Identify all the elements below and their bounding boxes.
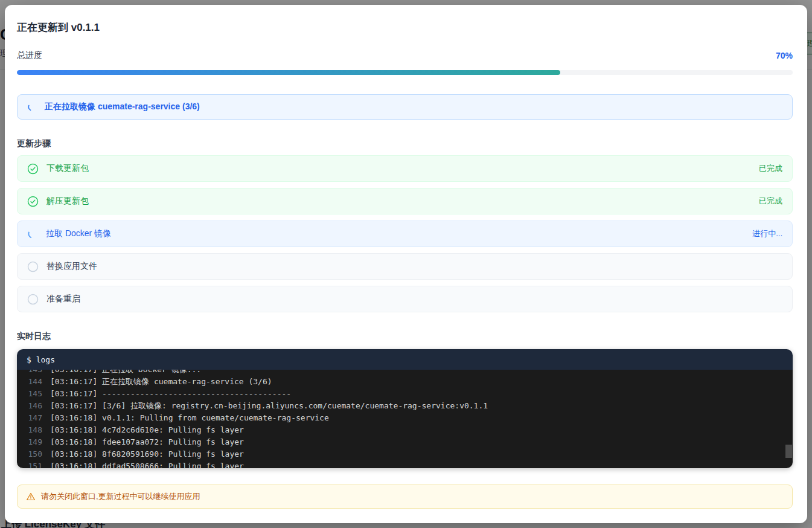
warning-triangle-icon: [26, 492, 36, 501]
check-circle-icon: [27, 196, 39, 207]
step-label: 解压更新包: [46, 196, 89, 207]
log-line: 149[03:16:18] fdee107aa072: Pulling fs l…: [25, 436, 793, 448]
step-extract-package: 解压更新包 已完成: [17, 188, 793, 214]
terminal-header: $ logs: [17, 349, 793, 370]
empty-circle-icon: [27, 261, 39, 272]
terminal-scrollbar-thumb[interactable]: [785, 445, 792, 458]
log-line: 148[03:16:18] 4c7d2c6d610e: Pulling fs l…: [25, 424, 793, 436]
steps-heading: 更新步骤: [17, 137, 793, 149]
logs-heading: 实时日志: [17, 330, 793, 342]
step-status-badge: 已完成: [759, 163, 782, 174]
check-circle-icon: [27, 163, 39, 175]
log-line: 145[03:16:17] --------------------------…: [25, 388, 793, 400]
update-dialog: 正在更新到 v0.1.1 总进度 70% 正在拉取镜像 cuemate-rag-…: [5, 5, 807, 523]
step-download-package: 下载更新包 已完成: [17, 155, 793, 182]
step-label: 下载更新包: [46, 163, 89, 174]
current-status-text: 正在拉取镜像 cuemate-rag-service (3/6): [45, 101, 200, 112]
warning-text: 请勿关闭此窗口,更新过程中可以继续使用应用: [41, 491, 200, 502]
terminal-log-lines: 143[03:16:17] 正在拉取 Docker 镜像... 144[03:1…: [17, 370, 793, 468]
log-line: 150[03:16:18] 8f6820591690: Pulling fs l…: [25, 448, 793, 460]
empty-circle-icon: [27, 294, 39, 305]
do-not-close-warning: 请勿关闭此窗口,更新过程中可以继续使用应用: [17, 485, 793, 509]
step-prepare-restart: 准备重启: [17, 286, 793, 312]
overall-progress-percent: 70%: [776, 51, 793, 60]
progress-bar-fill: [17, 70, 560, 75]
log-line: 146[03:16:17] [3/6] 拉取镜像: registry.cn-be…: [25, 400, 793, 412]
log-line: 144[03:16:17] 正在拉取镜像 cuemate-rag-service…: [25, 376, 793, 388]
update-steps-list: 下载更新包 已完成 解压更新包 已完成 拉取 Docker 镜像 进行中... …: [17, 155, 793, 312]
step-replace-files: 替换应用文件: [17, 253, 793, 280]
step-label: 替换应用文件: [46, 261, 97, 272]
step-label: 拉取 Docker 镜像: [46, 228, 111, 239]
log-terminal: $ logs 143[03:16:17] 正在拉取 Docker 镜像... 1…: [17, 349, 793, 468]
current-status-banner: 正在拉取镜像 cuemate-rag-service (3/6): [17, 94, 793, 120]
step-status-badge: 已完成: [759, 196, 782, 207]
log-line: 147[03:16:18] v0.1.1: Pulling from cuema…: [25, 412, 793, 424]
terminal-log-viewport[interactable]: 143[03:16:17] 正在拉取 Docker 镜像... 144[03:1…: [17, 370, 793, 468]
step-label: 准备重启: [46, 294, 80, 304]
log-line: 151[03:16:18] ddfad5508666: Pulling fs l…: [25, 460, 793, 468]
spinner-icon: [27, 228, 38, 239]
step-pull-docker-images: 拉取 Docker 镜像 进行中...: [17, 221, 793, 247]
log-line: 143[03:16:17] 正在拉取 Docker 镜像...: [25, 370, 793, 376]
spinner-icon: [27, 102, 37, 112]
overall-progress-label: 总进度: [17, 50, 42, 61]
progress-bar-track: [17, 70, 793, 75]
overall-progress-row: 总进度 70%: [17, 50, 793, 62]
step-status-badge: 进行中...: [752, 228, 782, 239]
terminal-prompt: $ logs: [27, 355, 55, 364]
dialog-title: 正在更新到 v0.1.1: [17, 22, 793, 34]
